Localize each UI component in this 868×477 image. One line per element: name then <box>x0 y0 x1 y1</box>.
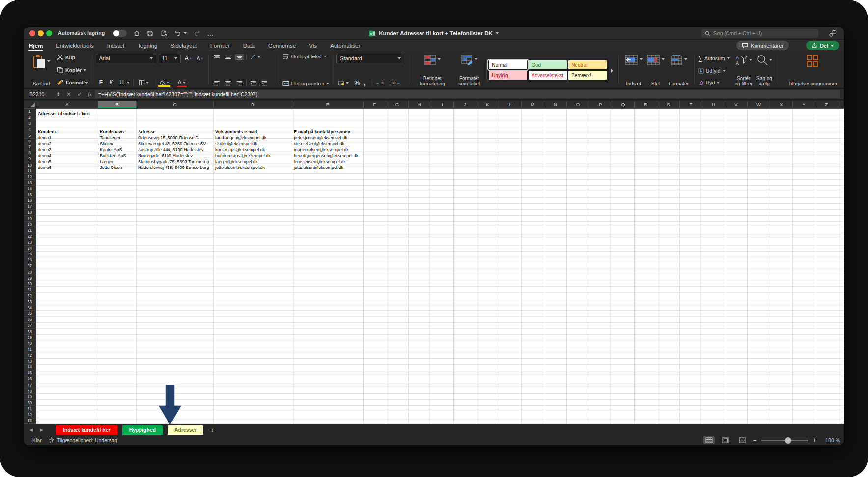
cell-V6[interactable] <box>725 139 748 144</box>
cell-F20[interactable] <box>364 222 386 227</box>
cell-A1[interactable]: Adresser til indsæt i kort <box>36 109 98 114</box>
cell-K40[interactable] <box>476 340 499 346</box>
cell-Y52[interactable] <box>793 412 815 418</box>
cell-Z36[interactable] <box>815 317 838 323</box>
accessibility-status[interactable]: Tilgængelighed: Undersøg <box>49 437 117 443</box>
add-sheet-button[interactable]: + <box>210 426 214 434</box>
cell-H10[interactable] <box>409 162 431 168</box>
cell-K10[interactable] <box>476 162 499 168</box>
column-header-D[interactable]: D <box>214 101 292 109</box>
cell-M29[interactable] <box>522 275 544 281</box>
cell-T26[interactable] <box>680 257 702 263</box>
cell-A33[interactable] <box>36 299 98 305</box>
cell-B38[interactable] <box>98 329 137 335</box>
cell-P45[interactable] <box>589 370 612 376</box>
cell-H50[interactable] <box>409 400 431 406</box>
cell-D46[interactable] <box>214 376 292 382</box>
cell-V52[interactable] <box>725 412 748 418</box>
cell-I29[interactable] <box>431 275 454 281</box>
cell-N33[interactable] <box>544 299 567 305</box>
cell-J33[interactable] <box>454 299 476 305</box>
cell-O25[interactable] <box>567 252 589 257</box>
cell-Y35[interactable] <box>793 311 815 317</box>
cell-K27[interactable] <box>476 263 499 269</box>
cell-S39[interactable] <box>657 335 680 340</box>
cell-Y45[interactable] <box>793 370 815 376</box>
cell-K15[interactable] <box>476 192 499 198</box>
cell-Q10[interactable] <box>612 162 635 168</box>
cell-K43[interactable] <box>476 359 499 365</box>
cell-B13[interactable] <box>98 180 137 186</box>
cell-I5[interactable] <box>431 132 454 138</box>
cell-Y32[interactable] <box>793 293 815 299</box>
cell-U30[interactable] <box>702 281 725 287</box>
row-header-25[interactable]: 25 <box>24 252 36 257</box>
row-header-49[interactable]: 49 <box>24 394 36 400</box>
cell-N19[interactable] <box>544 216 567 222</box>
cell-Q30[interactable] <box>612 281 635 287</box>
cell-P38[interactable] <box>589 329 612 335</box>
cell-B18[interactable] <box>98 210 137 216</box>
cell-E25[interactable] <box>292 252 364 257</box>
row-header-51[interactable]: 51 <box>24 406 36 412</box>
cell-M32[interactable] <box>522 293 544 299</box>
cell-F29[interactable] <box>364 275 386 281</box>
cell-B45[interactable] <box>98 370 137 376</box>
cell-U39[interactable] <box>702 335 725 340</box>
cell-O53[interactable] <box>567 418 589 424</box>
cell-S34[interactable] <box>657 305 680 311</box>
cell-L35[interactable] <box>499 311 522 317</box>
cell-S16[interactable] <box>657 198 680 204</box>
cell-X23[interactable] <box>770 239 793 245</box>
cell-E35[interactable] <box>292 311 364 317</box>
cell-H6[interactable] <box>409 139 431 144</box>
cell-P26[interactable] <box>589 257 612 263</box>
cell-X29[interactable] <box>770 275 793 281</box>
document-title[interactable]: Kunder Adresser til kort + Telefonlister… <box>379 30 493 36</box>
cell-Q1[interactable] <box>612 109 635 114</box>
cell-R27[interactable] <box>635 263 657 269</box>
cell-S29[interactable] <box>657 275 680 281</box>
cell-N3[interactable] <box>544 120 567 126</box>
align-top-button[interactable] <box>212 54 222 60</box>
cell-B30[interactable] <box>98 281 137 287</box>
cell-H23[interactable] <box>409 239 431 245</box>
row-header-45[interactable]: 45 <box>24 370 36 376</box>
cell-T38[interactable] <box>680 329 702 335</box>
cell-Q9[interactable] <box>612 156 635 162</box>
cell-W9[interactable] <box>748 156 770 162</box>
cell-I47[interactable] <box>431 382 454 388</box>
cell-R13[interactable] <box>635 180 657 186</box>
cell-W50[interactable] <box>748 400 770 406</box>
cell-O51[interactable] <box>567 406 589 412</box>
cell-X26[interactable] <box>770 257 793 263</box>
cell-R17[interactable] <box>635 204 657 210</box>
row-header-23[interactable]: 23 <box>24 239 36 245</box>
sheet-tab-indsæt-kundefil-her[interactable]: Indsæt kundefil her <box>56 425 117 435</box>
row-header-31[interactable]: 31 <box>24 287 36 293</box>
row-header-32[interactable]: 32 <box>24 293 36 299</box>
cell-J39[interactable] <box>454 335 476 340</box>
cell-F40[interactable] <box>364 340 386 346</box>
cell-E17[interactable] <box>292 204 364 210</box>
cell-V37[interactable] <box>725 323 748 329</box>
cell-M27[interactable] <box>522 263 544 269</box>
row-header-4[interactable]: 4 <box>24 126 36 132</box>
cell-Y53[interactable] <box>793 418 815 424</box>
cell-V26[interactable] <box>725 257 748 263</box>
cell-H45[interactable] <box>409 370 431 376</box>
cell-I33[interactable] <box>431 299 454 305</box>
cell-Z33[interactable] <box>815 299 838 305</box>
cell-F4[interactable] <box>364 126 386 132</box>
cell-T48[interactable] <box>680 388 702 394</box>
cell-W49[interactable] <box>748 394 770 400</box>
cell-H31[interactable] <box>409 287 431 293</box>
cell-C2[interactable] <box>137 114 214 120</box>
cell-N38[interactable] <box>544 329 567 335</box>
cell-N28[interactable] <box>544 269 567 275</box>
cell-N11[interactable] <box>544 168 567 174</box>
cell-E38[interactable] <box>292 329 364 335</box>
cell-J51[interactable] <box>454 406 476 412</box>
row-header-1[interactable]: 1 <box>24 109 36 114</box>
cell-W52[interactable] <box>748 412 770 418</box>
